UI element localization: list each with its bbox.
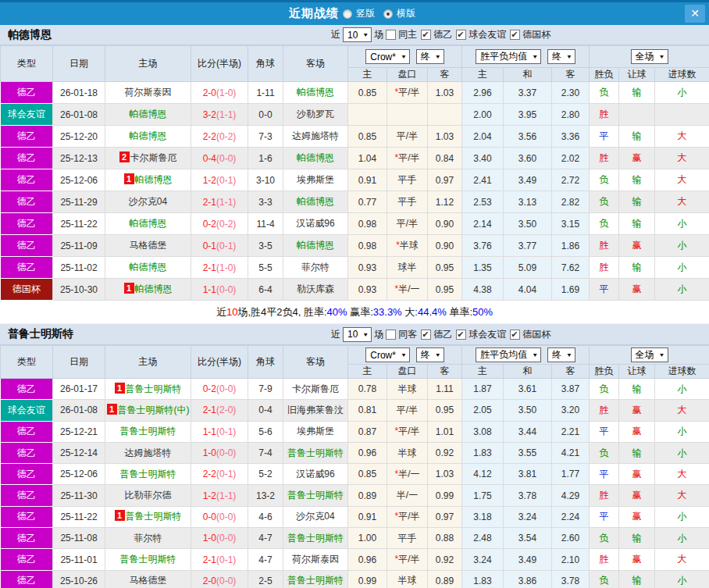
radio-vertical-layout[interactable] — [343, 9, 352, 19]
handicap-cell: *半/一 — [387, 464, 428, 485]
close-icon[interactable]: ✕ — [685, 5, 705, 23]
handicap-cell: 半球 — [387, 379, 428, 400]
fulltime-score: 0-4 — [203, 153, 216, 164]
goals-result-cell: 大 — [655, 485, 709, 506]
league-type-cell: 德乙 — [1, 379, 53, 400]
goals-result-cell: 小 — [655, 570, 709, 588]
odds-away-cell: 0.95 — [428, 400, 462, 421]
summary-segment: 场,胜4平2负4, 胜率: — [237, 306, 326, 318]
odds-away-cell: 1.01 — [428, 421, 462, 442]
odds-home-cell: 0.78 — [348, 379, 387, 400]
col-odds-away: 客 — [428, 365, 462, 379]
handicap-result-cell: 输 — [619, 169, 655, 191]
home-team-cell: 普鲁士明斯特 — [105, 549, 191, 570]
handicap-result-cell: 赢 — [619, 400, 655, 421]
team-name: 普鲁士明斯特 — [287, 575, 344, 586]
match-count-dropdown[interactable]: 10▼ — [343, 327, 372, 342]
league-label-bundesliga2[interactable]: 德乙 — [433, 28, 452, 41]
handicap-result-cell: 输 — [619, 126, 655, 148]
team-name: 普鲁士明斯特(中) — [118, 404, 190, 415]
mean-final-value: 终 — [552, 348, 561, 362]
wdl-result-cell: 负 — [590, 213, 619, 235]
mean-draw-cell: 3.86 — [504, 570, 552, 588]
mean-final-dropdown[interactable]: 终▼ — [547, 49, 575, 64]
home-team-cell: 1普鲁士明斯特 — [105, 379, 191, 400]
same-venue-label[interactable]: 同客 — [398, 328, 417, 341]
league-checkbox-bundesliga2[interactable] — [421, 330, 431, 340]
summary-segment: 赢率: — [347, 306, 373, 318]
games-label: 场 — [374, 328, 383, 341]
handicap-cell: 半/一 — [387, 485, 428, 506]
league-label-bundesliga2[interactable]: 德乙 — [433, 328, 452, 341]
mean-final-dropdown[interactable]: 终▼ — [547, 347, 575, 362]
odds-final-dropdown[interactable]: 终▼ — [416, 347, 444, 362]
league-checkbox-friendly[interactable] — [456, 30, 466, 40]
chevron-down-icon: ▼ — [435, 351, 441, 358]
team-name: 汉诺威96 — [296, 469, 334, 479]
league-label-friendly[interactable]: 球会友谊 — [469, 28, 506, 41]
score-cell: 2-1(1-0) — [191, 257, 248, 279]
summary-segment: 40% — [327, 306, 347, 318]
goals-result-cell: 小 — [655, 82, 709, 104]
corners-cell: 7-3 — [248, 126, 283, 148]
odds-source-dropdown[interactable]: Crow*▼ — [365, 49, 410, 64]
odds-source-value: Crow* — [370, 350, 396, 361]
same-venue-label[interactable]: 同主 — [398, 28, 417, 41]
league-checkbox-friendly[interactable] — [456, 330, 466, 340]
corners-cell: 0-4 — [248, 400, 283, 421]
date-cell: 25-12-21 — [53, 421, 105, 442]
col-away: 客场 — [283, 346, 348, 379]
odds-source-value: Crow* — [370, 52, 396, 62]
fulltime-score: 2-0 — [203, 576, 216, 586]
wdl-result-cell: 负 — [590, 169, 619, 191]
date-cell: 25-11-29 — [53, 191, 105, 213]
league-type-cell: 德乙 — [1, 257, 53, 279]
radio-horizontal-label[interactable]: 横版 — [397, 7, 415, 20]
mean-draw-cell: 3.49 — [504, 169, 552, 191]
mean-draw-cell: 3.81 — [504, 464, 552, 485]
odds-home-cell: 0.98 — [348, 235, 387, 257]
mean-draw-cell: 3.61 — [504, 379, 552, 400]
mean-home-cell: 3.08 — [462, 421, 504, 442]
chevron-down-icon: ▼ — [659, 53, 665, 59]
match-count-dropdown[interactable]: 10▼ — [343, 27, 372, 42]
mean-odds-dropdown[interactable]: 胜平负均值▼ — [476, 347, 541, 362]
corners-cell: 11-4 — [248, 213, 283, 235]
mean-away-cell: 3.87 — [552, 379, 590, 400]
league-label-cup[interactable]: 德国杯 — [522, 328, 550, 341]
mean-away-cell: 2.21 — [552, 421, 590, 442]
mean-odds-dropdown[interactable]: 胜平负均值▼ — [476, 49, 541, 64]
wdl-result-cell: 胜 — [590, 400, 619, 421]
mean-home-cell: 1.83 — [462, 570, 504, 588]
radio-vertical-label[interactable]: 竖版 — [356, 7, 375, 20]
corners-cell: 5-6 — [248, 421, 283, 442]
league-checkbox-bundesliga2[interactable] — [421, 30, 431, 40]
col-home: 主场 — [105, 46, 191, 82]
summary-segment: 50% — [472, 306, 493, 318]
away-team-cell: 埃弗斯堡 — [283, 169, 348, 191]
away-team-cell: 帕德博恩 — [283, 148, 348, 169]
team-name: 帕德博恩 — [8, 28, 52, 42]
radio-horizontal-layout[interactable] — [383, 9, 393, 19]
league-checkbox-cup[interactable] — [510, 30, 520, 40]
same-venue-checkbox[interactable] — [386, 30, 396, 40]
away-team-cell: 汉诺威96 — [283, 213, 348, 235]
team-name: 帕德博恩 — [130, 130, 167, 141]
chevron-down-icon: ▼ — [401, 53, 407, 59]
league-label-friendly[interactable]: 球会友谊 — [469, 328, 506, 341]
fulltime-dropdown[interactable]: 全场▼ — [631, 49, 668, 64]
team-name: 帕德博恩 — [130, 218, 167, 229]
wdl-result-cell: 负 — [590, 82, 619, 104]
mean-odds-value: 胜平负均值 — [480, 348, 527, 362]
col-wdl: 胜负 — [590, 68, 619, 82]
same-venue-checkbox[interactable] — [386, 330, 396, 340]
fulltime-dropdown[interactable]: 全场▼ — [631, 347, 668, 362]
league-checkbox-cup[interactable] — [510, 330, 520, 340]
team-name: 埃弗斯堡 — [297, 174, 334, 185]
odds-final-dropdown[interactable]: 终▼ — [416, 49, 444, 64]
asterisk-marker: * — [394, 554, 398, 565]
col-mean-away: 客 — [552, 365, 590, 379]
odds-source-dropdown[interactable]: Crow*▼ — [365, 347, 410, 362]
league-label-cup[interactable]: 德国杯 — [522, 28, 550, 41]
date-cell: 25-10-26 — [53, 570, 105, 588]
